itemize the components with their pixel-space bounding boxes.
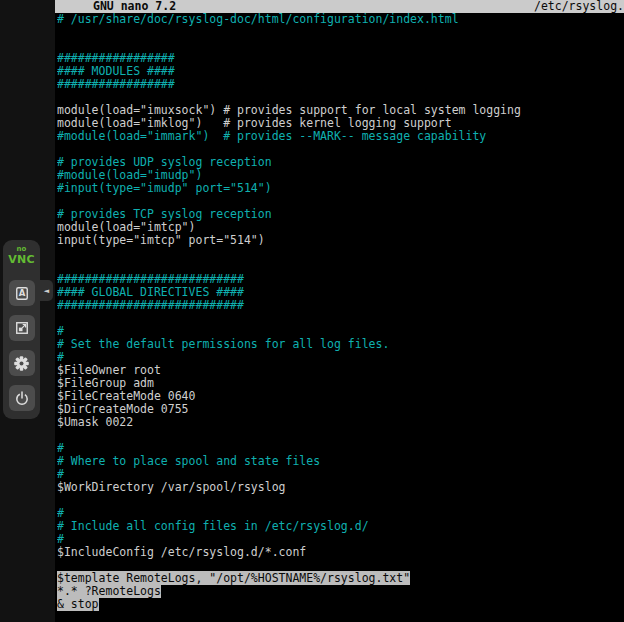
terminal-line[interactable]: $DirCreateMode 0755 — [57, 403, 624, 416]
gear-icon — [13, 355, 30, 372]
fullscreen-icon — [14, 320, 30, 336]
terminal-line[interactable]: ########################### — [57, 299, 624, 312]
terminal-line[interactable] — [57, 247, 624, 260]
vnc-logo: no VNC — [8, 246, 35, 268]
nano-version: GNU nano 7.2 — [55, 0, 176, 13]
terminal-line[interactable] — [57, 26, 624, 39]
terminal-line[interactable]: ################# — [57, 78, 624, 91]
terminal-body[interactable]: # /usr/share/doc/rsyslog-doc/html/config… — [57, 13, 624, 622]
fullscreen-button[interactable] — [9, 315, 35, 341]
terminal-line[interactable]: #module(load="immark") # provides --MARK… — [57, 130, 624, 143]
nano-filename: /etc/rsyslog. — [534, 0, 624, 13]
terminal-line[interactable] — [57, 494, 624, 507]
panel-collapse-handle[interactable]: ◄ — [40, 280, 53, 301]
settings-button[interactable] — [9, 350, 35, 376]
terminal-line[interactable]: #input(type="imudp" port="514") — [57, 182, 624, 195]
terminal-line[interactable]: $WorkDirectory /var/spool/rsyslog — [57, 481, 624, 494]
terminal-line[interactable]: # Include all config files in /etc/rsysl… — [57, 520, 624, 533]
terminal-line[interactable]: $Umask 0022 — [57, 416, 624, 429]
vnc-control-panel: no VNC A — [3, 240, 40, 419]
terminal-line[interactable] — [57, 429, 624, 442]
svg-text:A: A — [18, 288, 25, 298]
clipboard-button[interactable]: A — [9, 280, 35, 306]
terminal-line[interactable]: & stop — [57, 598, 624, 611]
terminal-window: GNU nano 7.2 /etc/rsyslog. # /usr/share/… — [55, 0, 624, 622]
screen: no VNC A — [0, 0, 624, 622]
vnc-logo-vnc: VNC — [8, 253, 35, 266]
power-icon — [14, 390, 30, 406]
terminal-line[interactable]: *.* ?RemoteLogs — [57, 585, 624, 598]
clipboard-icon: A — [14, 285, 30, 301]
terminal-line[interactable] — [57, 312, 624, 325]
terminal-line[interactable]: # Set the default permissions for all lo… — [57, 338, 624, 351]
power-button[interactable] — [9, 385, 35, 411]
terminal-line[interactable]: # Where to place spool and state files — [57, 455, 624, 468]
nano-titlebar: GNU nano 7.2 /etc/rsyslog. — [55, 0, 624, 13]
terminal-line[interactable]: # /usr/share/doc/rsyslog-doc/html/config… — [57, 13, 624, 26]
terminal-line[interactable]: input(type="imtcp" port="514") — [57, 234, 624, 247]
terminal-line[interactable]: $IncludeConfig /etc/rsyslog.d/*.conf — [57, 546, 624, 559]
vnc-logo-no: no — [8, 246, 35, 253]
chevron-left-icon: ◄ — [44, 287, 49, 295]
